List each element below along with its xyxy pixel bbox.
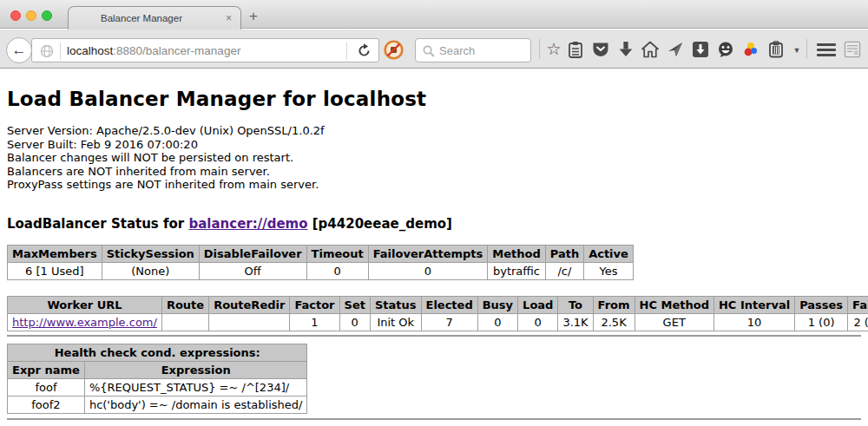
expression-value: %{REQUEST_STATUS} =~ /^[234]/ bbox=[84, 378, 307, 396]
page-content: Load Balancer Manager for localhost Serv… bbox=[0, 69, 868, 426]
worker-row: http://www.example.com/ 1 0 Init Ok 7 0 … bbox=[8, 313, 868, 331]
balancer-demo-link[interactable]: balancer://demo bbox=[188, 216, 307, 232]
col-expression: Expression bbox=[84, 361, 307, 378]
browser-window: Balancer Manager × + ← localhost:8880/ba… bbox=[0, 0, 868, 426]
heading-suffix: [p4420eeae_demo] bbox=[308, 216, 452, 232]
url-bar[interactable]: localhost:8880/balancer-manager bbox=[31, 38, 379, 62]
worker-status-table: Worker URL Route RouteRedir Factor Set S… bbox=[7, 296, 868, 331]
urlbar-separator bbox=[60, 43, 61, 60]
downloads-icon[interactable] bbox=[617, 41, 635, 58]
col-status: Status bbox=[370, 296, 421, 313]
elected-value: 7 bbox=[421, 313, 477, 331]
routeredir-value bbox=[209, 313, 290, 331]
colored-dots-addon-icon[interactable] bbox=[742, 41, 760, 58]
col-route: Route bbox=[161, 296, 208, 313]
hc-interval-value: 10 bbox=[713, 313, 794, 331]
titlebar: Balancer Manager × + bbox=[0, 0, 868, 29]
server-info: Server Version: Apache/2.5.0-dev (Unix) … bbox=[7, 124, 861, 192]
col-failoverattempts: FailoverAttempts bbox=[368, 245, 488, 262]
col-elected: Elected bbox=[421, 296, 477, 313]
col-factor: Factor bbox=[290, 296, 339, 313]
table-header-row: Expr name Expression bbox=[8, 361, 307, 378]
expression-value: hc('body') =~ /domain is established/ bbox=[84, 396, 307, 413]
panel-caret-icon[interactable]: ▼ bbox=[788, 41, 806, 58]
health-row: foof2 hc('body') =~ /domain is establish… bbox=[8, 396, 307, 413]
tab-balancer-manager[interactable]: Balancer Manager × bbox=[68, 6, 241, 29]
status-value: Init Ok bbox=[370, 313, 421, 331]
col-expr-name: Expr name bbox=[8, 361, 85, 378]
col-passes: Passes bbox=[795, 296, 848, 313]
new-tab-button[interactable]: + bbox=[249, 8, 258, 25]
pocket-icon[interactable] bbox=[592, 41, 609, 58]
worker-url-link[interactable]: http://www.example.com/ bbox=[12, 316, 157, 329]
health-title-row: Health check cond. expressions: bbox=[8, 344, 307, 361]
busy-value: 0 bbox=[477, 313, 517, 331]
bottom-divider bbox=[7, 418, 861, 420]
search-bar[interactable] bbox=[415, 38, 531, 62]
col-worker-url: Worker URL bbox=[8, 296, 162, 313]
window-minimize-button[interactable] bbox=[26, 10, 36, 21]
tab-close-icon[interactable]: × bbox=[226, 12, 232, 24]
window-close-button[interactable] bbox=[10, 10, 21, 21]
toolbox-panel-icon[interactable] bbox=[767, 41, 785, 58]
to-value: 3.1K bbox=[558, 313, 593, 331]
route-value bbox=[161, 313, 208, 331]
window-zoom-button[interactable] bbox=[42, 10, 52, 21]
back-button[interactable]: ← bbox=[6, 37, 32, 63]
reading-list-icon[interactable] bbox=[567, 41, 584, 58]
active-value: Yes bbox=[584, 262, 634, 279]
col-maxmembers: MaxMembers bbox=[8, 245, 102, 262]
path-value: /c/ bbox=[545, 262, 583, 279]
divider bbox=[7, 335, 861, 337]
globe-icon bbox=[40, 44, 54, 58]
passes-value: 1 (0) bbox=[795, 313, 848, 331]
inherit-note-line: Balancers are NOT inherited from main se… bbox=[7, 165, 861, 179]
disablefailover-value: Off bbox=[199, 262, 306, 279]
tab-title: Balancer Manager bbox=[69, 13, 214, 23]
navigation-toolbar: ← localhost:8880/balancer-manager bbox=[0, 29, 868, 69]
col-from: From bbox=[593, 296, 635, 313]
factor-value: 1 bbox=[290, 313, 339, 331]
expr-name-value: foof bbox=[8, 378, 85, 396]
col-hc-interval: HC Interval bbox=[713, 296, 794, 313]
col-timeout: Timeout bbox=[306, 245, 368, 262]
reload-icon[interactable] bbox=[357, 43, 372, 58]
download-panel-icon[interactable] bbox=[692, 41, 709, 58]
forum-smiley-icon[interactable] bbox=[717, 41, 734, 58]
flash-blocked-icon[interactable] bbox=[384, 40, 404, 60]
balancer-status-heading: LoadBalancer Status for balancer://demo … bbox=[7, 216, 861, 232]
balancer-settings-table: MaxMembers StickySession DisableFailover… bbox=[7, 245, 634, 280]
col-path: Path bbox=[545, 245, 583, 262]
persist-note-line: Balancer changes will NOT be persisted o… bbox=[7, 151, 861, 165]
server-version-line: Server Version: Apache/2.5.0-dev (Unix) … bbox=[7, 124, 861, 138]
heading-prefix: LoadBalancer Status for bbox=[7, 216, 188, 232]
method-value: bytraffic bbox=[488, 262, 545, 279]
table-header-row: MaxMembers StickySession DisableFailover… bbox=[8, 245, 634, 262]
stickysession-value: (None) bbox=[102, 262, 199, 279]
col-hc-method: HC Method bbox=[635, 296, 713, 313]
col-method: Method bbox=[488, 245, 545, 262]
url-text[interactable]: localhost:8880/balancer-manager bbox=[67, 44, 240, 57]
set-value: 0 bbox=[339, 313, 370, 331]
fails-value: 2 (0) bbox=[848, 313, 868, 331]
page-title: Load Balancer Manager for localhost bbox=[7, 88, 861, 110]
col-routeredir: RouteRedir bbox=[209, 296, 290, 313]
col-stickysession: StickySession bbox=[102, 245, 199, 262]
worker-url-cell: http://www.example.com/ bbox=[8, 313, 162, 331]
timeout-value: 0 bbox=[306, 262, 368, 279]
col-load: Load bbox=[518, 296, 558, 313]
search-input[interactable] bbox=[416, 39, 530, 62]
health-row: foof %{REQUEST_STATUS} =~ /^[234]/ bbox=[8, 378, 307, 396]
health-table-title: Health check cond. expressions: bbox=[8, 344, 307, 361]
hamburger-menu-icon[interactable] bbox=[817, 43, 836, 61]
bookmark-star-icon[interactable]: ☆ bbox=[545, 41, 562, 58]
proxypass-note-line: ProxyPass settings are NOT inherited fro… bbox=[7, 178, 861, 192]
from-value: 2.5K bbox=[593, 313, 635, 331]
table-header-row: Worker URL Route RouteRedir Factor Set S… bbox=[8, 296, 868, 313]
send-tab-icon[interactable] bbox=[667, 41, 684, 58]
load-value: 0 bbox=[518, 313, 558, 331]
toolbar-separator bbox=[539, 39, 540, 59]
page-grid-icon[interactable] bbox=[844, 41, 861, 58]
home-icon[interactable] bbox=[641, 41, 659, 58]
urlbar-separator2 bbox=[346, 43, 347, 60]
